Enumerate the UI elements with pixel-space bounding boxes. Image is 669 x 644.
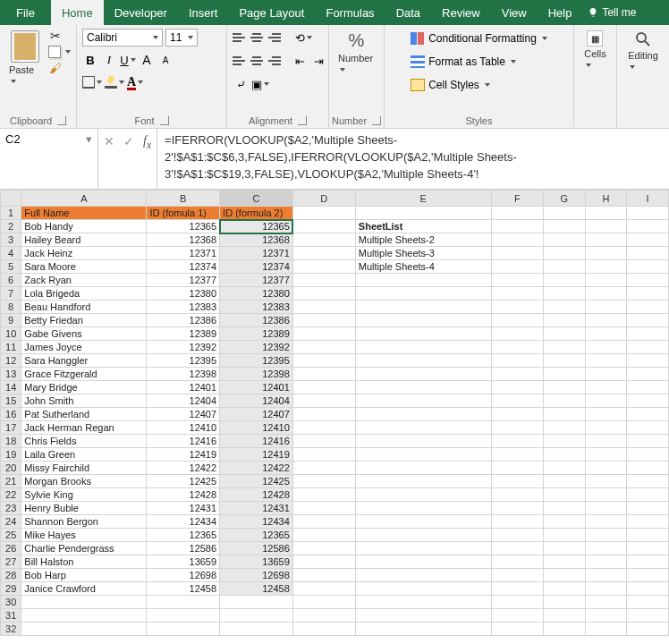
cell-B11[interactable]: 12392 [147,341,220,354]
cell-B31[interactable] [147,609,220,623]
cell-styles-button[interactable]: Cell Styles [411,75,490,95]
cell-I18[interactable] [627,435,669,448]
cell-E11[interactable] [355,341,491,354]
cell-H4[interactable] [585,247,627,260]
tab-data[interactable]: Data [385,0,431,25]
cell-A1[interactable]: Full Name [21,207,147,220]
cell-F29[interactable] [491,582,543,596]
cell-C1[interactable]: ID (formula 2) [220,207,293,220]
cell-F10[interactable] [491,327,543,341]
cell-F8[interactable] [491,301,543,314]
cell-A27[interactable]: Bill Halston [21,555,147,569]
row-header-21[interactable]: 21 [1,475,21,488]
cell-H30[interactable] [585,596,627,609]
cell-I5[interactable] [627,260,669,274]
cell-D2[interactable] [292,220,355,233]
bold-button[interactable]: B [82,51,98,69]
cell-I16[interactable] [627,408,669,421]
grow-font-button[interactable]: A [139,51,155,69]
cell-C29[interactable]: 12458 [220,582,293,596]
number-format-button[interactable]: %Number [334,29,378,76]
row-header-14[interactable]: 14 [1,381,21,394]
cell-E24[interactable] [355,515,491,529]
cell-H1[interactable] [585,207,627,220]
cell-D27[interactable] [292,555,355,569]
cell-A24[interactable]: Shannon Bergon [21,515,147,529]
cell-B25[interactable]: 12365 [147,529,220,542]
cell-B27[interactable]: 13659 [147,555,220,569]
cell-G6[interactable] [543,274,585,287]
cell-G22[interactable] [543,488,585,502]
cell-I19[interactable] [627,448,669,462]
cell-C31[interactable] [220,609,293,623]
cell-C4[interactable]: 12371 [220,247,293,260]
cell-D23[interactable] [292,502,355,515]
font-launcher-icon[interactable] [160,116,169,125]
cell-B22[interactable]: 12428 [147,488,220,502]
cell-D10[interactable] [292,327,355,341]
cell-C26[interactable]: 12586 [220,542,293,555]
cell-A15[interactable]: John Smith [21,394,147,408]
cell-C7[interactable]: 12380 [220,287,293,301]
cell-I27[interactable] [627,555,669,569]
worksheet-grid[interactable]: ABCDEFGHI 1Full NameID (fomula 1)ID (for… [0,190,669,636]
col-header-H[interactable]: H [585,191,627,207]
cell-D29[interactable] [292,582,355,596]
cell-E32[interactable] [355,623,491,636]
cell-B7[interactable]: 12380 [147,287,220,301]
cell-G11[interactable] [543,341,585,354]
cell-H7[interactable] [585,287,627,301]
cell-E6[interactable] [355,274,491,287]
cell-E5[interactable]: Multiple Sheets-4 [355,260,491,274]
cell-I2[interactable] [627,220,669,233]
row-header-15[interactable]: 15 [1,394,21,408]
cell-F5[interactable] [491,260,543,274]
cell-H3[interactable] [585,233,627,247]
cell-G9[interactable] [543,314,585,327]
cell-F15[interactable] [491,394,543,408]
cell-G2[interactable] [543,220,585,233]
cell-F24[interactable] [491,515,543,529]
cell-G15[interactable] [543,394,585,408]
cell-E2[interactable]: SheetList [355,220,491,233]
row-header-32[interactable]: 32 [1,623,21,636]
cell-G32[interactable] [543,623,585,636]
row-header-9[interactable]: 9 [1,314,21,327]
cell-G16[interactable] [543,408,585,421]
cell-I3[interactable] [627,233,669,247]
col-header-B[interactable]: B [147,191,220,207]
cell-H19[interactable] [585,448,627,462]
cell-H6[interactable] [585,274,627,287]
cell-C2[interactable]: 12365 [220,220,293,233]
cell-I30[interactable] [627,596,669,609]
font-color-button[interactable]: A [127,73,143,91]
cell-F26[interactable] [491,542,543,555]
cell-H21[interactable] [585,475,627,488]
cell-D18[interactable] [292,435,355,448]
row-header-6[interactable]: 6 [1,274,21,287]
row-header-2[interactable]: 2 [1,220,21,233]
cell-I22[interactable] [627,488,669,502]
cell-E17[interactable] [355,421,491,435]
cell-D13[interactable] [292,368,355,381]
cell-H32[interactable] [585,623,627,636]
cell-C15[interactable]: 12404 [220,394,293,408]
font-size-combo[interactable]: 11 [165,29,198,47]
row-header-20[interactable]: 20 [1,462,21,475]
row-header-3[interactable]: 3 [1,233,21,247]
cell-D11[interactable] [292,341,355,354]
tell-me[interactable]: Tell me [588,0,636,25]
cell-C11[interactable]: 12392 [220,341,293,354]
copy-button[interactable] [48,46,71,58]
formula-input[interactable]: =IFERROR(VLOOKUP($A2,'Multiple Sheets-2'… [157,129,669,189]
cell-A13[interactable]: Grace Fitzgerald [21,368,147,381]
cell-E28[interactable] [355,569,491,582]
cell-C32[interactable] [220,623,293,636]
cell-H28[interactable] [585,569,627,582]
cell-D12[interactable] [292,354,355,368]
cell-E12[interactable] [355,354,491,368]
cell-I1[interactable] [627,207,669,220]
cell-F27[interactable] [491,555,543,569]
select-all-corner[interactable] [1,191,21,207]
cell-G17[interactable] [543,421,585,435]
